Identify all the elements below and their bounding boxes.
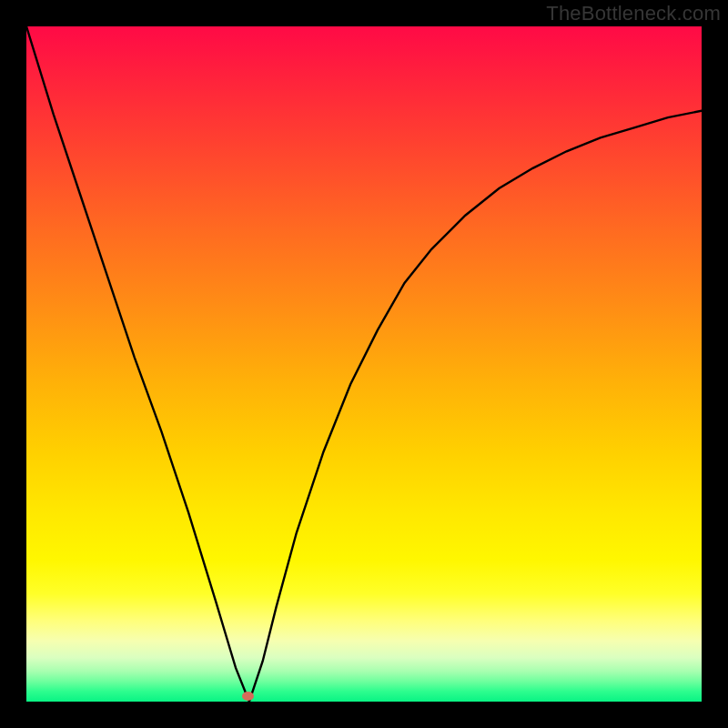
curve-svg [26, 26, 702, 702]
chart-frame: TheBottleneck.com [0, 0, 728, 728]
plot-outer [26, 26, 702, 702]
minimum-marker-dot [242, 692, 254, 701]
curve-path [26, 26, 702, 702]
watermark-label: TheBottleneck.com [546, 2, 721, 25]
